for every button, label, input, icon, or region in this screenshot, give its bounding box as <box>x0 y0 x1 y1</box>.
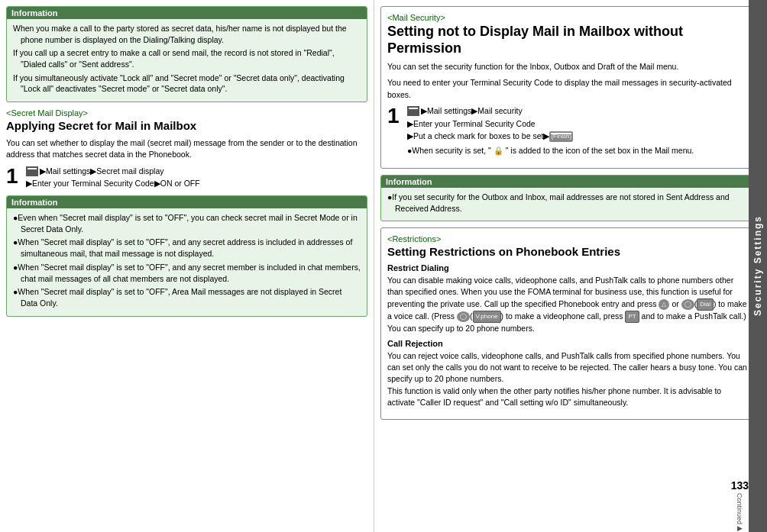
step-content-ms: ▶Mail settings▶Mail security ▶Enter your… <box>407 105 748 157</box>
security-settings-sidebar: Security Settings <box>749 0 767 532</box>
step-number-1: 1 <box>6 166 21 187</box>
step-1-secret-mail: 1 ▶Mail settings▶Secret mail display ▶En… <box>6 166 367 192</box>
info-bullet-3: If you simultaneously activate "Lock all… <box>13 73 361 95</box>
security-settings-label: Security Settings <box>752 215 763 316</box>
bottom-info-box: Information ●Even when "Secret mail disp… <box>6 195 367 317</box>
dial-circle-btn-2[interactable]: ◯ <box>681 299 694 310</box>
mail-security-body2: You need to enter your Terminal Security… <box>387 77 748 100</box>
section-title-secret-mail: Applying Secret for Mail in Mailbox <box>6 119 367 133</box>
info-bullet-1: When you make a call to the party stored… <box>13 23 361 45</box>
info2-bullet-4: ●When "Secret mail display" is set to "O… <box>13 286 361 308</box>
ms-info-bullet-1: ●If you set security for the Outbox and … <box>387 192 748 214</box>
finish-label: Finish <box>553 133 569 140</box>
vphone-circle-btn[interactable]: ◯ <box>457 311 470 322</box>
section-body-secret-mail: You can set whether to display the mail … <box>6 137 367 160</box>
mail-icon-ms <box>407 106 419 116</box>
step-number-ms: 1 <box>387 105 403 127</box>
step-content-1: ▶Mail settings▶Secret mail display ▶Ente… <box>26 166 367 192</box>
call-rejection-title: Call Rejection <box>387 339 748 348</box>
right-area: <Mail Security> Setting not to Display M… <box>374 0 767 532</box>
continued-label: Continued▶ <box>736 493 743 532</box>
info-box-header-2: Information <box>7 196 367 208</box>
info2-bullet-1: ●Even when "Secret mail display" is set … <box>13 212 361 234</box>
info-box-header-ms: Information <box>381 176 754 188</box>
step-1-mail-security: 1 ▶Mail settings▶Mail security ▶Enter yo… <box>387 105 748 157</box>
call-rejection-body: You can reject voice calls, videophone c… <box>387 350 748 408</box>
pt-btn: PT <box>625 311 639 323</box>
vphone-btn: V.phone <box>473 311 501 323</box>
restrict-dialing-body: You can disable making voice calls, vide… <box>387 275 748 334</box>
mail-security-box: <Mail Security> Setting not to Display M… <box>380 6 755 169</box>
step-text-1b: ▶Enter your Terminal Security Code▶ON or… <box>26 178 200 190</box>
top-info-box: Information When you make a call to the … <box>6 6 367 102</box>
step-ms-line-3: ▶Put a check mark for boxes to be set▶ (… <box>407 131 748 143</box>
step-line-1b: ▶Enter your Terminal Security Code▶ON or… <box>26 178 367 190</box>
step-ms-bullet: ●When security is set, " 🔒 " is added to… <box>407 145 748 157</box>
dial-circle-btn[interactable]: △ <box>659 299 669 310</box>
step-ms-line-1: ▶Mail settings▶Mail security <box>407 105 748 118</box>
page-number: 133 <box>731 479 749 492</box>
restrictions-box: <Restrictions> Setting Restrictions on P… <box>380 227 755 420</box>
info2-bullet-3: ●When "Secret mail display" is set to "O… <box>13 262 361 284</box>
info2-bullet-2: ●When "Secret mail display" is set to "O… <box>13 237 361 259</box>
right-panel: <Mail Security> Setting not to Display M… <box>374 0 767 532</box>
right-content: <Mail Security> Setting not to Display M… <box>380 6 755 420</box>
step-ms-line-2: ▶Enter your Terminal Security Code <box>407 118 748 131</box>
step-ms-text-2: ▶Enter your Terminal Security Code <box>407 118 536 131</box>
info-bullet-2: If you call up a secret entry to make a … <box>13 47 361 69</box>
step-text-1a: ▶Mail settings▶Secret mail display <box>40 166 163 178</box>
mail-security-title: Setting not to Display Mail in Mailbox w… <box>387 24 748 56</box>
step-line-1a: ▶Mail settings▶Secret mail display <box>26 166 367 178</box>
mail-security-info-box: Information ●If you set security for the… <box>380 175 755 221</box>
restrictions-tag: <Restrictions> <box>387 234 748 243</box>
dial-btn: Dial <box>697 298 714 311</box>
restrict-dialing-title: Restrict Dialing <box>387 263 748 272</box>
step-ms-text-1: ▶Mail settings▶Mail security <box>421 105 523 118</box>
lock-icon: 🔒 <box>494 146 503 155</box>
page-footer: 133 Continued▶ <box>731 479 749 532</box>
restrictions-title: Setting Restrictions on Phonebook Entrie… <box>387 245 748 259</box>
mail-icon <box>26 166 38 176</box>
left-panel: Information When you make a call to the … <box>0 0 374 532</box>
step-ms-text-3: ▶Put a check mark for boxes to be set▶ <box>407 131 549 143</box>
section-tag-secret-mail: <Secret Mail Display> <box>6 108 367 118</box>
mail-security-tag: <Mail Security> <box>387 13 748 22</box>
secret-mail-section: <Secret Mail Display> Applying Secret fo… <box>6 108 367 191</box>
info-box-header-1: Information <box>7 7 367 19</box>
finish-icon: (Finish) <box>549 131 573 142</box>
mail-security-body1: You can set the security function for th… <box>387 61 748 73</box>
